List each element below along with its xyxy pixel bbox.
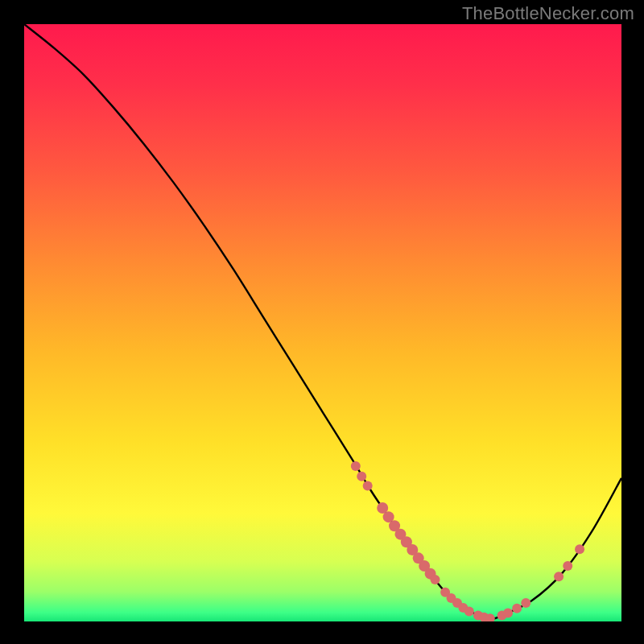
bottleneck-chart [24,24,621,621]
data-point [563,561,572,571]
data-point [503,609,513,618]
data-point [464,606,474,616]
data-point [554,572,564,581]
data-point [431,575,440,584]
data-point [351,461,361,471]
data-point [357,472,366,481]
attribution-text: TheBottleNecker.com [462,3,634,24]
data-point [512,604,522,613]
data-point [521,598,530,608]
data-point [575,544,584,554]
chart-frame: TheBottleNecker.com [0,0,644,644]
data-point [363,481,373,491]
plot-background [24,24,621,621]
